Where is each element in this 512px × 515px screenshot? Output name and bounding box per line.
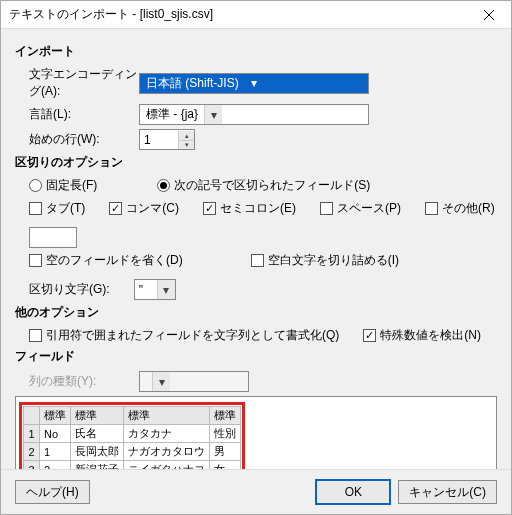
preview-highlight-box: 標準標準標準標準1No氏名カタカナ性別21長岡太郎ナガオカタロウ男32新潟花子ニ…: [19, 402, 245, 469]
check-tab[interactable]: タブ(T): [29, 200, 85, 217]
check-skipempty[interactable]: 空のフィールドを省く(D): [29, 252, 183, 269]
radio-fixed[interactable]: 固定長(F): [29, 177, 97, 194]
check-special[interactable]: 特殊数値を検出(N): [363, 327, 481, 344]
textdelim-combo[interactable]: ▾: [134, 279, 176, 300]
section-fields: フィールド: [15, 348, 497, 365]
help-button[interactable]: ヘルプ(H): [15, 480, 90, 504]
titlebar: テキストのインポート - [list0_sjis.csv]: [1, 1, 511, 29]
other-sep-input[interactable]: [29, 227, 77, 248]
encoding-label: 文字エンコーディング(A):: [29, 66, 139, 100]
textdelim-label: 区切り文字(G):: [29, 281, 110, 298]
content: インポート 文字エンコーディング(A): 日本語 (Shift-JIS) ▾ 言…: [1, 29, 511, 469]
section-other: 他のオプション: [15, 304, 497, 321]
ok-button[interactable]: OK: [316, 480, 390, 504]
preview-table: 標準標準標準標準1No氏名カタカナ性別21長岡太郎ナガオカタロウ男32新潟花子ニ…: [23, 406, 241, 469]
close-icon: [484, 10, 494, 20]
coltype-label: 列の種類(Y):: [29, 373, 139, 390]
language-combo[interactable]: 標準 - {ja} ▾: [139, 104, 369, 125]
cancel-button[interactable]: キャンセル(C): [398, 480, 497, 504]
language-label: 言語(L):: [29, 106, 139, 123]
preview-area[interactable]: 標準標準標準標準1No氏名カタカナ性別21長岡太郎ナガオカタロウ男32新潟花子ニ…: [15, 396, 497, 469]
section-import: インポート: [15, 43, 497, 60]
window-title: テキストのインポート - [list0_sjis.csv]: [9, 6, 475, 23]
checkbox-icon: [251, 254, 264, 267]
chevron-down-icon: ▾: [157, 280, 175, 299]
coltype-combo: ▾: [139, 371, 249, 392]
check-semicolon[interactable]: セミコロン(E): [203, 200, 296, 217]
checkbox-icon: [363, 329, 376, 342]
check-comma[interactable]: コンマ(C): [109, 200, 179, 217]
check-space[interactable]: スペース(P): [320, 200, 401, 217]
check-trim[interactable]: 空白文字を切り詰める(I): [251, 252, 399, 269]
checkbox-icon: [320, 202, 333, 215]
dialog: テキストのインポート - [list0_sjis.csv] インポート 文字エン…: [0, 0, 512, 515]
chevron-down-icon: ▾: [204, 105, 222, 124]
radio-delimited[interactable]: 次の記号で区切られたフィールド(S): [157, 177, 370, 194]
checkbox-icon: [109, 202, 122, 215]
check-quoted[interactable]: 引用符で囲まれたフィールドを文字列として書式化(Q): [29, 327, 339, 344]
check-other[interactable]: その他(R): [425, 200, 495, 217]
radio-circle-icon: [29, 179, 42, 192]
chevron-down-icon: ▾: [245, 74, 263, 93]
footer: ヘルプ(H) OK キャンセル(C): [1, 469, 511, 514]
startrow-spinner[interactable]: ▴ ▾: [139, 129, 195, 150]
checkbox-icon: [29, 202, 42, 215]
chevron-down-icon[interactable]: ▾: [178, 140, 194, 149]
checkbox-icon: [203, 202, 216, 215]
checkbox-icon: [425, 202, 438, 215]
checkbox-icon: [29, 329, 42, 342]
chevron-up-icon[interactable]: ▴: [178, 131, 194, 140]
radio-circle-icon: [157, 179, 170, 192]
section-separator: 区切りのオプション: [15, 154, 497, 171]
encoding-combo[interactable]: 日本語 (Shift-JIS) ▾: [139, 73, 369, 94]
startrow-input[interactable]: [140, 130, 178, 149]
startrow-label: 始めの行(W):: [29, 131, 139, 148]
close-button[interactable]: [475, 3, 503, 27]
checkbox-icon: [29, 254, 42, 267]
chevron-down-icon: ▾: [152, 372, 170, 391]
